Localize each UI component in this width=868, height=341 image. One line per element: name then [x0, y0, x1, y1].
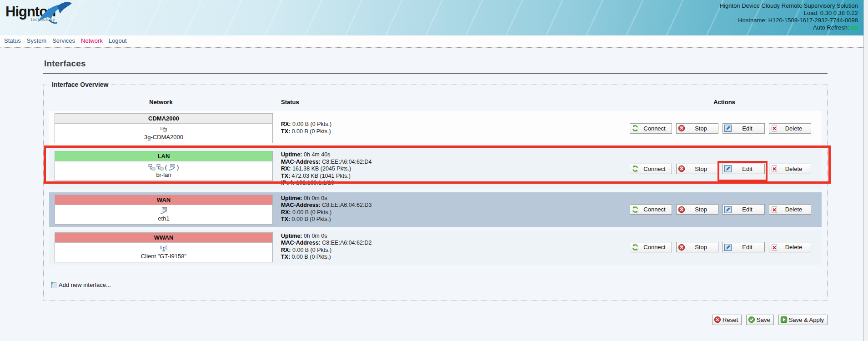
stop-button[interactable]: Stop — [676, 204, 718, 215]
nav-item-system[interactable]: System — [27, 37, 46, 44]
status-line: TX: 472.03 KB (1041 Pkts.) — [281, 173, 627, 180]
connect-button[interactable]: Connect — [630, 242, 672, 252]
interface-overview-section: Interface Overview Network Status Action… — [43, 85, 828, 301]
stop-icon — [678, 125, 685, 132]
interface-row-lan: LAN () br-lan Uptime: 0h 4m 40sMAC-Addre… — [49, 149, 822, 189]
auto-refresh-status: on — [851, 24, 858, 31]
button-label: Delete — [778, 165, 809, 172]
edit-button[interactable]: Edit — [722, 242, 765, 252]
connect-button[interactable]: Connect — [630, 164, 672, 174]
status-line: Uptime: 0h 4m 40s — [281, 151, 627, 159]
section-legend: Interface Overview — [49, 81, 111, 88]
delete-button[interactable]: Delete — [769, 164, 811, 174]
nav-item-network[interactable]: Network — [81, 37, 103, 44]
stop-button[interactable]: Stop — [676, 164, 718, 174]
interface-name: WWAN — [55, 233, 272, 243]
button-label: Edit — [732, 165, 763, 172]
status-line: RX: 0.00 B (0 Pkts.) — [281, 247, 627, 254]
interface-device: eth1 — [55, 215, 272, 222]
delete-icon — [771, 165, 778, 172]
edit-button[interactable]: Edit — [722, 204, 765, 215]
save-icon — [748, 316, 755, 323]
delete-button[interactable]: Delete — [769, 204, 811, 215]
stop-icon — [678, 206, 685, 213]
auto-refresh-label: Auto Refresh: — [813, 24, 849, 31]
connect-icon — [632, 165, 639, 172]
reset-button[interactable]: Reset — [712, 315, 742, 325]
edit-button[interactable]: Edit — [722, 123, 765, 134]
interface-actions: ConnectStopEditDelete — [627, 151, 822, 187]
apply-icon — [780, 316, 788, 323]
icon-parenthesis: ) — [176, 164, 179, 170]
add-page-icon — [50, 281, 57, 289]
logo: Hignton technology — [5, 5, 55, 22]
button-label: Delete — [778, 244, 809, 251]
status-line: RX: 0.00 B (0 Pkts.) — [281, 209, 627, 216]
delete-icon — [771, 206, 778, 213]
connect-button[interactable]: Connect — [630, 123, 672, 134]
stop-button[interactable]: Stop — [676, 123, 718, 134]
button-label: Stop — [685, 165, 717, 172]
button-label: Stop — [685, 125, 717, 132]
interface-type-icons — [55, 207, 272, 215]
nav-item-logout[interactable]: Logout — [109, 37, 127, 44]
table-header-row: Network Status Actions — [49, 99, 822, 105]
interface-actions: ConnectStopEditDelete — [627, 195, 822, 225]
add-new-interface-button[interactable]: Add new interface... — [50, 281, 111, 289]
button-label: Stop — [685, 244, 717, 251]
stop-button[interactable]: Stop — [676, 242, 718, 252]
save-button[interactable]: Save — [746, 315, 774, 325]
app-header: Hignton technology Hignton Device Cloudy… — [0, 0, 868, 35]
interface-type-icons — [55, 245, 272, 252]
status-line: TX: 0.00 B (0 Pkts.) — [281, 254, 627, 261]
status-line: TX: 0.00 B (0 Pkts.) — [281, 216, 627, 223]
auto-refresh-line: Auto Refresh: on — [720, 24, 858, 31]
status-line: IPv4: 192.168.1.1/16 — [281, 180, 627, 187]
ethernet-icon — [160, 207, 167, 214]
form-action-bar: ResetSaveSave & Apply — [43, 315, 828, 325]
save-apply-button[interactable]: Save & Apply — [778, 315, 828, 325]
stop-icon — [678, 165, 685, 172]
button-label: Delete — [778, 206, 809, 213]
main-nav: StatusSystemServicesNetworkLogout — [0, 35, 868, 48]
interface-name: CDMA2000 — [55, 114, 272, 124]
button-label: Connect — [639, 244, 670, 251]
interface-name: WAN — [55, 195, 272, 205]
interface-name: LAN — [55, 151, 272, 161]
button-label: Connect — [639, 165, 670, 172]
status-line: TX: 0.00 B (0 Pkts.) — [281, 128, 627, 135]
interface-type-icons: () — [55, 163, 272, 171]
vertical-scrollbar[interactable] — [863, 0, 868, 341]
delete-icon — [771, 125, 778, 132]
add-new-interface-label: Add new interface... — [59, 281, 111, 288]
network-box: LAN () br-lan — [55, 151, 273, 181]
page-title: Interfaces — [43, 59, 828, 74]
hostname-line: Hostname: H120-1509-1617-2932-7744-0098 — [720, 17, 858, 24]
interface-row-cdma2000: CDMA2000 3g-CDMA2000 RX: 0.00 B (0 Pkts.… — [49, 111, 822, 145]
button-label: Connect — [639, 125, 670, 132]
delete-button[interactable]: Delete — [769, 242, 811, 252]
nav-item-services[interactable]: Services — [52, 37, 75, 44]
delete-button[interactable]: Delete — [769, 123, 811, 134]
connect-button[interactable]: Connect — [630, 204, 672, 215]
edit-icon — [724, 244, 732, 251]
stop-icon — [678, 244, 685, 251]
edit-button[interactable]: Edit — [722, 164, 765, 174]
status-line: MAC-Address: C8:EE:A6:04:62:D3 — [281, 202, 627, 209]
status-line: RX: 161.38 KB (2045 Pkts.) — [281, 165, 627, 173]
button-label: Connect — [639, 206, 670, 213]
button-label: Delete — [778, 125, 809, 132]
button-label: Edit — [732, 206, 763, 213]
edit-icon — [724, 165, 732, 172]
interface-status: Uptime: 0h 0m 0sMAC-Address: C8:EE:A6:04… — [273, 195, 627, 225]
icon-parenthesis: ( — [165, 164, 167, 170]
button-label: Save & Apply — [789, 316, 824, 323]
button-label: Edit — [732, 125, 763, 132]
nav-item-status[interactable]: Status — [4, 37, 21, 44]
column-header-status: Status — [273, 99, 627, 105]
load-line: Load: 0.30 0.38 0.22 — [720, 10, 858, 17]
button-label: Stop — [685, 206, 717, 213]
column-header-network: Network — [49, 99, 273, 105]
modem-icon — [160, 126, 167, 133]
status-line: MAC-Address: C8:EE:A6:04:62:D2 — [281, 240, 627, 247]
